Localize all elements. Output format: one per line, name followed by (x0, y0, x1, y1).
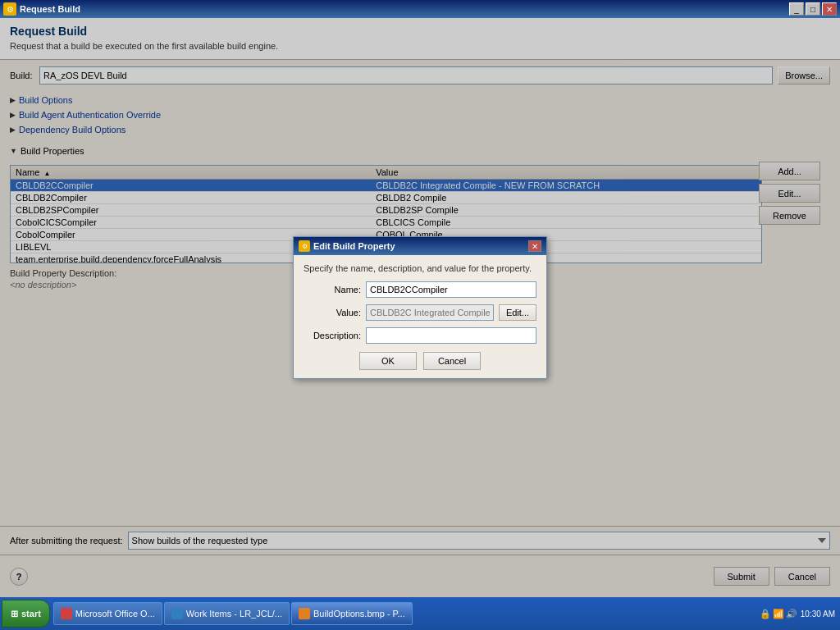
modal-description: Specify the name, description, and value… (304, 263, 536, 273)
modal-name-row: Name: (304, 281, 536, 298)
taskbar-item-office[interactable]: Microsoft Office O... (53, 602, 162, 625)
modal-cancel-button[interactable]: Cancel (423, 352, 481, 370)
modal-desc-row: Description: (304, 327, 536, 344)
modal-ok-button[interactable]: OK (359, 352, 417, 370)
taskbar-items: Microsoft Office O... Work Items - LR_JC… (53, 602, 756, 625)
taskbar-item-buildoptions[interactable]: BuildOptions.bmp - P... (291, 602, 413, 625)
title-bar: ⚙ Request Build _ □ ✕ (0, 0, 840, 18)
modal-overlay: ⚙ Edit Build Property ✕ Specify the name… (0, 18, 840, 597)
modal-buttons: OK Cancel (304, 352, 536, 370)
clock: 10:30 AM (801, 609, 835, 619)
tray-icons: 🔒 📶 🔊 (760, 609, 797, 619)
taskbar-label-buildoptions: BuildOptions.bmp - P... (313, 609, 405, 619)
taskbar: ⊞ start Microsoft Office O... Work Items… (0, 597, 840, 630)
modal-value-input (366, 304, 494, 321)
minimize-button[interactable]: _ (789, 2, 804, 16)
modal-value-edit-button[interactable]: Edit... (499, 304, 536, 321)
taskbar-label-office: Microsoft Office O... (75, 609, 155, 619)
main-window: Request Build Request that a build be ex… (0, 18, 840, 597)
start-button[interactable]: ⊞ start (2, 600, 50, 628)
taskbar-icon-office (61, 608, 72, 619)
modal-close-button[interactable]: ✕ (528, 240, 541, 252)
edit-build-property-dialog: ⚙ Edit Build Property ✕ Specify the name… (293, 236, 547, 379)
close-button[interactable]: ✕ (822, 2, 837, 16)
taskbar-item-workitems[interactable]: Work Items - LR_JCL/... (164, 602, 290, 625)
modal-window-icon: ⚙ (299, 240, 310, 252)
maximize-button[interactable]: □ (806, 2, 820, 16)
modal-value-label: Value: (304, 308, 361, 317)
taskbar-icon-buildoptions (299, 608, 310, 619)
modal-name-input[interactable] (366, 281, 536, 298)
modal-name-label: Name: (304, 285, 361, 294)
window-icon: ⚙ (3, 2, 16, 16)
modal-value-row: Value: Edit... (304, 304, 536, 321)
modal-desc-input[interactable] (366, 327, 536, 344)
modal-title: Edit Build Property (313, 241, 395, 251)
tray-icon-1: 🔒 (760, 609, 771, 619)
modal-content: Specify the name, description, and value… (294, 255, 546, 378)
taskbar-right: 🔒 📶 🔊 10:30 AM (756, 609, 838, 619)
window-title: Request Build (20, 4, 80, 14)
taskbar-label-workitems: Work Items - LR_JCL/... (186, 609, 282, 619)
modal-title-bar: ⚙ Edit Build Property ✕ (294, 237, 546, 255)
window-controls: _ □ ✕ (789, 2, 837, 16)
modal-desc-label: Description: (304, 331, 361, 340)
start-label: start (21, 609, 41, 619)
windows-logo-icon: ⊞ (11, 609, 18, 619)
taskbar-icon-workitems (171, 608, 183, 619)
tray-icon-2: 📶 (773, 609, 784, 619)
tray-icon-3: 🔊 (786, 609, 797, 619)
